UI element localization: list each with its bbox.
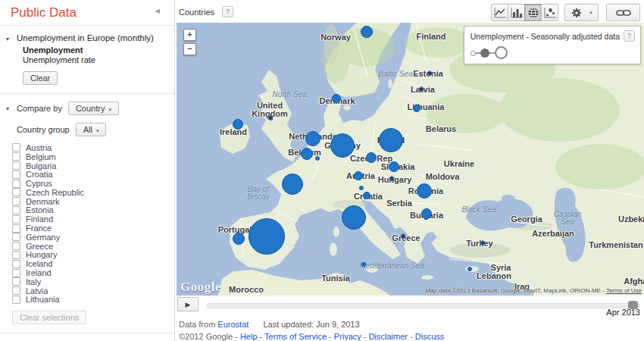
slider-thumb[interactable] bbox=[480, 48, 489, 58]
checkbox[interactable] bbox=[12, 251, 20, 259]
bubble-slovenia[interactable] bbox=[359, 186, 364, 190]
checkbox[interactable] bbox=[12, 161, 20, 170]
country-row-italy[interactable]: Italy bbox=[12, 277, 174, 286]
map-canvas[interactable]: NorwayFinlandEstoniaLatviaLithuaniaBelar… bbox=[177, 23, 644, 296]
map-country-label: Ireland bbox=[220, 128, 247, 136]
checkbox[interactable] bbox=[12, 296, 20, 304]
checkbox[interactable] bbox=[12, 286, 20, 295]
country-label: Iceland bbox=[26, 259, 52, 268]
footer-link-privacy[interactable]: Privacy bbox=[334, 332, 361, 341]
country-row-finland[interactable]: Finland bbox=[12, 214, 174, 224]
collapse-panel-icon[interactable]: ◀ bbox=[155, 8, 160, 14]
bubble-bulgaria[interactable] bbox=[421, 208, 432, 219]
footer-link-terms-of-service[interactable]: Terms of Service bbox=[264, 332, 327, 341]
dataset-name[interactable]: Unemployment in Europe (monthly) bbox=[17, 33, 154, 42]
country-row-austria[interactable]: Austria bbox=[12, 143, 174, 152]
footer-link-help[interactable]: Help bbox=[240, 332, 258, 341]
checkbox[interactable] bbox=[12, 224, 20, 233]
map-chart-button[interactable] bbox=[524, 4, 542, 21]
country-row-hungary[interactable]: Hungary bbox=[12, 251, 174, 260]
country-row-czech-republic[interactable]: Czech Republic bbox=[12, 188, 174, 197]
no-data-marker-turkey[interactable]: ✱ bbox=[480, 239, 486, 247]
compare-by-dropdown[interactable]: Country▾ bbox=[68, 102, 119, 115]
metric-item[interactable]: Unemployment rate bbox=[23, 55, 174, 65]
metric-item[interactable]: Unemployment bbox=[23, 45, 174, 55]
bubble-czech-republic[interactable] bbox=[366, 152, 377, 163]
bubble-luxembourg[interactable] bbox=[315, 156, 320, 161]
no-data-marker-hungary[interactable]: ✱ bbox=[389, 175, 395, 183]
share-link-button[interactable] bbox=[606, 4, 640, 21]
bubble-netherlands[interactable] bbox=[305, 131, 320, 146]
country-row-belgium[interactable]: Belgium bbox=[12, 152, 174, 161]
clear-selections-button[interactable]: Clear selections bbox=[12, 311, 86, 324]
bubble-denmark[interactable] bbox=[332, 94, 341, 103]
country-row-estonia[interactable]: Estonia bbox=[12, 206, 174, 215]
checkbox[interactable] bbox=[12, 277, 20, 286]
no-data-marker-latvia[interactable]: ✱ bbox=[418, 86, 424, 93]
country-group-dropdown[interactable]: All▾ bbox=[76, 123, 107, 136]
country-row-cyprus[interactable]: Cyprus bbox=[12, 179, 174, 188]
bubble-italy[interactable] bbox=[342, 205, 366, 230]
checkbox[interactable] bbox=[12, 269, 20, 277]
bubble-poland[interactable] bbox=[379, 128, 403, 152]
country-label: Italy bbox=[26, 277, 41, 286]
country-row-ireland[interactable]: Ireland bbox=[12, 268, 174, 277]
footer-link-disclaimer[interactable]: Disclaimer bbox=[369, 332, 408, 341]
checkbox[interactable] bbox=[12, 206, 20, 214]
bubble-portugal[interactable] bbox=[233, 233, 245, 245]
checkbox[interactable] bbox=[12, 197, 20, 205]
zoom-in-button[interactable]: + bbox=[183, 29, 196, 41]
bar-chart-button[interactable] bbox=[508, 4, 525, 21]
country-row-latvia[interactable]: Latvia bbox=[12, 286, 174, 296]
timeline-track[interactable] bbox=[207, 303, 640, 308]
checkbox[interactable] bbox=[12, 260, 20, 268]
section-open-icon[interactable]: ▾ bbox=[6, 36, 12, 42]
bubble-malta[interactable] bbox=[361, 262, 366, 267]
country-row-germany[interactable]: Germany bbox=[12, 233, 174, 242]
checkbox[interactable] bbox=[12, 170, 20, 179]
play-button[interactable]: ▶ bbox=[177, 297, 199, 311]
zoom-out-button[interactable]: − bbox=[183, 43, 196, 55]
bubble-lithuania[interactable] bbox=[413, 105, 420, 112]
bubble-germany[interactable] bbox=[330, 133, 355, 158]
checkbox[interactable] bbox=[12, 152, 20, 161]
country-row-denmark[interactable]: Denmark bbox=[12, 197, 174, 206]
country-row-croatia[interactable]: Croatia bbox=[12, 170, 174, 179]
help-icon[interactable]: ? bbox=[222, 6, 233, 17]
bubble-sweden[interactable] bbox=[361, 26, 373, 38]
bubble-slovakia[interactable] bbox=[389, 161, 399, 172]
bubble-austria[interactable] bbox=[354, 171, 363, 180]
source-link[interactable]: Eurostat bbox=[217, 320, 249, 329]
checkbox[interactable] bbox=[12, 233, 20, 241]
checkbox[interactable] bbox=[12, 188, 20, 196]
bubble-spain[interactable] bbox=[249, 218, 285, 255]
scatter-chart-button[interactable] bbox=[541, 4, 558, 21]
bubble-belgium[interactable] bbox=[301, 148, 313, 160]
country-row-iceland[interactable]: Iceland bbox=[12, 259, 174, 268]
clear-button[interactable]: Clear bbox=[23, 71, 58, 85]
country-row-france[interactable]: France bbox=[12, 224, 174, 233]
bubble-ireland[interactable] bbox=[233, 119, 243, 130]
country-row-bulgaria[interactable]: Bulgaria bbox=[12, 161, 174, 170]
checkbox[interactable] bbox=[12, 180, 20, 188]
footer-link-discuss[interactable]: Discuss bbox=[415, 332, 445, 341]
checkbox[interactable] bbox=[12, 143, 20, 152]
help-icon[interactable]: ? bbox=[624, 30, 635, 42]
bubble-size-slider[interactable] bbox=[470, 45, 519, 61]
checkbox[interactable] bbox=[12, 242, 20, 250]
terms-of-use-link[interactable]: Terms of Use bbox=[606, 287, 642, 294]
no-data-marker-estonia[interactable]: ✱ bbox=[427, 70, 433, 77]
section-open-icon[interactable]: ▾ bbox=[6, 105, 12, 112]
checkbox[interactable] bbox=[12, 215, 20, 224]
no-data-marker-greece[interactable]: ✱ bbox=[400, 233, 406, 240]
bubble-france[interactable] bbox=[282, 174, 303, 195]
country-row-greece[interactable]: Greece bbox=[12, 242, 174, 251]
line-chart-button[interactable] bbox=[491, 4, 508, 21]
no-data-marker-united-kingdom[interactable]: ✱ bbox=[267, 114, 274, 122]
settings-button[interactable]: ▾ bbox=[564, 4, 599, 21]
bubble-cyprus[interactable] bbox=[467, 267, 472, 271]
bubble-croatia[interactable] bbox=[363, 192, 370, 199]
country-row-lithuania[interactable]: Lithuania bbox=[12, 296, 174, 305]
bubble-romania[interactable] bbox=[417, 183, 432, 199]
map-country-label: Georgia bbox=[511, 215, 542, 224]
